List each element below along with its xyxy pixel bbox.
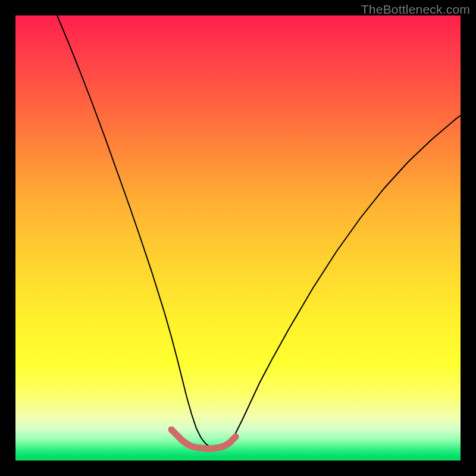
main-curve	[57, 15, 461, 449]
highlight-valley	[171, 430, 236, 449]
watermark-text: TheBottleneck.com	[361, 2, 470, 17]
plot-area	[15, 15, 461, 461]
chart-svg	[15, 15, 461, 461]
chart-frame: TheBottleneck.com	[0, 0, 476, 476]
